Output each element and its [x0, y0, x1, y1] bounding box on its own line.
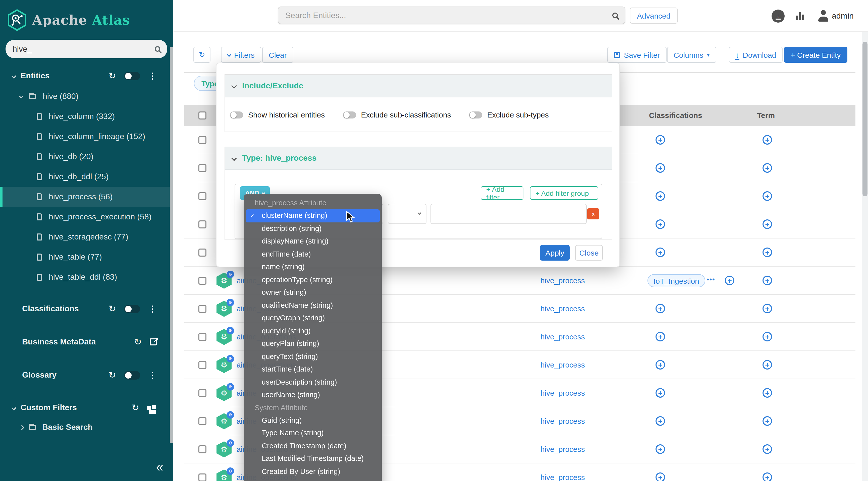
add-term-icon[interactable]: + [763, 191, 772, 201]
dropdown-option[interactable]: ✓clusterName (string) [246, 210, 380, 222]
sidebar-search[interactable] [5, 40, 167, 58]
sidebar-scrollbar[interactable] [170, 47, 173, 443]
hierarchy-icon[interactable] [147, 406, 151, 410]
operator-select[interactable] [388, 204, 427, 224]
username-label[interactable]: admin [832, 11, 854, 21]
columns-button[interactable]: Columns ▾ [667, 47, 716, 63]
tree-node-hive_table[interactable]: hive_table (77) [0, 247, 170, 267]
basic-search-node[interactable]: Basic Search [0, 420, 170, 435]
row-checkbox[interactable] [198, 164, 207, 172]
kebab-menu-icon[interactable]: ⋮ [148, 70, 157, 81]
refresh-icon[interactable]: ↻ [134, 338, 142, 347]
filter-value-input[interactable] [431, 204, 587, 224]
include-exclude-header[interactable]: Include/Exclude [225, 75, 612, 97]
add-term-icon[interactable]: + [763, 304, 772, 313]
add-classification-icon[interactable]: + [655, 416, 665, 426]
row-checkbox[interactable] [198, 305, 207, 313]
show-historical-toggle[interactable] [230, 111, 243, 118]
clear-button[interactable]: Clear [262, 47, 293, 63]
tree-node-hive_column_lineage[interactable]: hive_column_lineage (152) [0, 127, 170, 147]
main-scrollbar-thumb[interactable] [863, 42, 868, 196]
add-term-icon[interactable]: + [763, 219, 772, 229]
tree-node-hive_table_ddl[interactable]: hive_table_ddl (83) [0, 267, 170, 287]
add-classification-icon[interactable]: + [655, 248, 665, 257]
entity-type-link[interactable]: hive_process [540, 417, 585, 425]
downloads-icon[interactable]: ↓ [772, 9, 785, 23]
dropdown-option[interactable]: owner (string) [244, 286, 382, 299]
entity-type-link[interactable]: hive_process [540, 332, 585, 341]
dropdown-option[interactable]: Guid (string) [244, 414, 382, 427]
add-term-icon[interactable]: + [763, 416, 772, 426]
refresh-icon[interactable]: ↻ [108, 371, 116, 380]
refresh-icon[interactable]: ↻ [132, 403, 139, 412]
dropdown-option[interactable]: Type Name (string) [244, 427, 382, 440]
add-term-icon[interactable]: + [763, 388, 772, 398]
type-filter-header[interactable]: Type: hive_process [225, 147, 612, 170]
row-checkbox[interactable] [198, 417, 207, 425]
row-checkbox[interactable] [198, 220, 207, 228]
dropdown-option[interactable]: queryText (string) [244, 350, 382, 363]
column-header-term[interactable]: Term [757, 111, 775, 120]
classifications-toggle[interactable] [124, 304, 140, 313]
add-classification-icon[interactable]: + [655, 191, 665, 201]
apply-button[interactable]: Apply [540, 245, 569, 261]
dropdown-option[interactable]: Last Modified Timestamp (date) [244, 452, 382, 465]
dropdown-scroll-more[interactable] [244, 478, 382, 481]
classifications-section-header[interactable]: Classifications ↻ ⋮ [0, 301, 170, 316]
search-icon[interactable] [612, 12, 618, 18]
chevron-down-icon[interactable] [19, 94, 23, 99]
add-term-icon[interactable]: + [763, 332, 772, 342]
exclude-subtypes-toggle[interactable] [469, 111, 482, 118]
add-classification-icon[interactable]: + [655, 360, 665, 370]
row-checkbox[interactable] [198, 136, 207, 144]
row-checkbox[interactable] [198, 445, 207, 453]
kebab-menu-icon[interactable]: ⋮ [148, 303, 157, 314]
refresh-icon[interactable]: ↻ [108, 304, 116, 313]
dropdown-option[interactable]: endTime (date) [244, 248, 382, 261]
add-classification-icon[interactable]: + [655, 219, 665, 229]
add-filter-group-button[interactable]: + Add filter group [530, 186, 598, 200]
dropdown-option[interactable]: userDescription (string) [244, 376, 382, 389]
tree-node-hive[interactable]: hive (880) [0, 86, 170, 106]
add-classification-icon[interactable]: + [655, 444, 665, 454]
add-classification-icon[interactable]: + [655, 473, 665, 481]
create-entity-button[interactable]: + Create Entity [784, 47, 847, 63]
dropdown-option[interactable]: description (string) [244, 222, 382, 235]
add-term-icon[interactable]: + [763, 163, 772, 173]
dropdown-option[interactable]: queryGraph (string) [244, 312, 382, 325]
dropdown-option[interactable]: Created Timestamp (date) [244, 440, 382, 452]
chevron-down-icon[interactable] [11, 405, 16, 410]
entity-type-link[interactable]: hive_process [540, 304, 585, 313]
add-term-icon[interactable]: + [763, 135, 772, 145]
tree-node-hive_db[interactable]: hive_db (20) [0, 147, 170, 167]
add-term-icon[interactable]: + [763, 360, 772, 370]
dropdown-option[interactable]: queryId (string) [244, 325, 382, 338]
glossary-toggle[interactable] [124, 371, 140, 379]
dropdown-option[interactable]: operationType (string) [244, 274, 382, 286]
tree-node-hive_column[interactable]: hive_column (332) [0, 106, 170, 127]
row-checkbox[interactable] [198, 277, 207, 285]
exclude-subclassifications-toggle[interactable] [343, 111, 356, 118]
dropdown-option[interactable]: qualifiedName (string) [244, 299, 382, 312]
refresh-icon[interactable]: ↻ [108, 71, 116, 80]
add-classification-icon[interactable]: + [655, 163, 665, 173]
row-checkbox[interactable] [198, 389, 207, 397]
classification-chip[interactable]: IoT_Ingestion [648, 274, 705, 287]
filters-button[interactable]: Filters [221, 47, 261, 63]
tree-node-hive_process[interactable]: hive_process (56) [0, 187, 170, 207]
entity-type-link[interactable]: hive_process [540, 473, 585, 481]
refresh-results-button[interactable]: ↻ [193, 47, 211, 63]
add-classification-icon[interactable]: + [655, 388, 665, 398]
entity-type-link[interactable]: hive_process [540, 389, 585, 397]
search-icon[interactable] [155, 46, 160, 52]
add-classification-icon[interactable]: + [655, 304, 665, 313]
add-term-icon[interactable]: + [763, 248, 772, 257]
sidebar-search-input[interactable] [12, 44, 148, 54]
select-all-checkbox[interactable] [198, 111, 207, 120]
dropdown-option[interactable]: userName (string) [244, 389, 382, 402]
row-checkbox[interactable] [198, 249, 207, 257]
app-logo[interactable]: Apache Atlas [7, 9, 130, 31]
dropdown-option[interactable]: name (string) [244, 261, 382, 274]
dropdown-option[interactable]: startTime (date) [244, 363, 382, 376]
entity-type-link[interactable]: hive_process [540, 445, 585, 453]
